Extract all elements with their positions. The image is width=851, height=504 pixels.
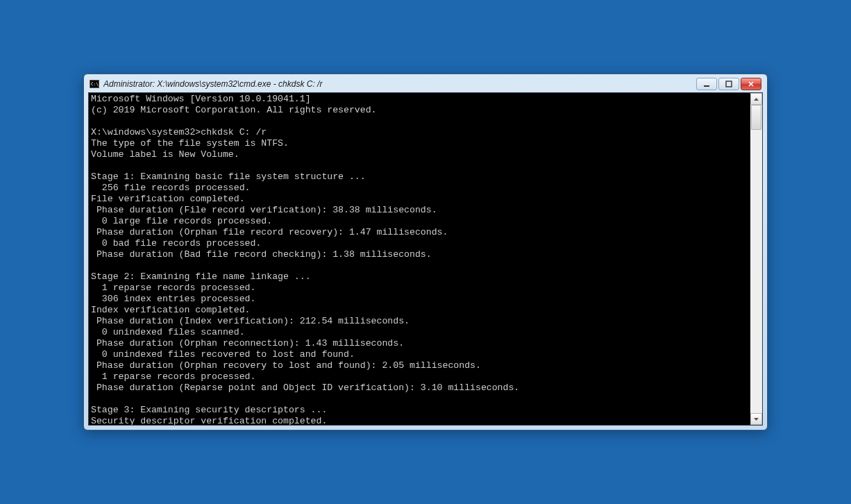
terminal-line: 1 reparse records processed. — [91, 371, 750, 383]
chevron-down-icon — [754, 418, 759, 421]
window-controls — [696, 78, 761, 90]
terminal-line — [91, 116, 750, 127]
terminal-line: Phase duration (Orphan file record recov… — [91, 227, 750, 238]
terminal-line: Volume label is New Volume. — [91, 149, 750, 160]
terminal-line — [91, 260, 750, 271]
terminal-line: Index verification completed. — [91, 305, 750, 316]
terminal-line: Stage 1: Examining basic file system str… — [91, 171, 750, 183]
terminal-line: 306 index entries processed. — [91, 294, 750, 305]
terminal-line: 0 large file records processed. — [91, 216, 750, 227]
close-button[interactable] — [741, 78, 761, 90]
terminal-line: Phase duration (Reparse point and Object… — [91, 383, 750, 394]
vertical-scrollbar[interactable] — [750, 93, 762, 425]
maximize-icon — [725, 81, 732, 87]
terminal-line: 0 bad file records processed. — [91, 238, 750, 249]
terminal-line: (c) 2019 Microsoft Corporation. All righ… — [91, 105, 750, 116]
terminal-line: 0 unindexed files recovered to lost and … — [91, 349, 750, 360]
terminal-line: Phase duration (Index verification): 212… — [91, 316, 750, 327]
client-area: Microsoft Windows [Version 10.0.19041.1]… — [88, 92, 763, 426]
terminal-line: File verification completed. — [91, 194, 750, 205]
terminal-line: X:\windows\system32>chkdsk C: /r — [91, 127, 750, 138]
terminal-line: 256 file records processed. — [91, 183, 750, 194]
terminal-line — [91, 394, 750, 405]
scrollbar-thumb[interactable] — [751, 105, 761, 130]
terminal-line: Phase duration (Bad file record checking… — [91, 249, 750, 260]
close-icon — [748, 81, 755, 87]
terminal-line: Stage 3: Examining security descriptors … — [91, 405, 750, 416]
scroll-down-button[interactable] — [750, 413, 762, 425]
chevron-up-icon — [754, 98, 759, 101]
terminal-line: Phase duration (Orphan reconnection): 1.… — [91, 338, 750, 349]
terminal-line — [91, 160, 750, 171]
titlebar[interactable]: Administrator: X:\windows\system32\cmd.e… — [88, 78, 763, 92]
terminal-line: Security descriptor verification complet… — [91, 416, 750, 425]
terminal-line: The type of the file system is NTFS. — [91, 138, 750, 149]
svg-rect-1 — [726, 81, 732, 87]
minimize-button[interactable] — [696, 78, 717, 90]
cmd-window: Administrator: X:\windows\system32\cmd.e… — [83, 74, 768, 430]
svg-rect-0 — [704, 85, 709, 87]
terminal-line: Phase duration (Orphan recovery to lost … — [91, 360, 750, 371]
cmd-icon — [90, 80, 99, 88]
terminal-line: Phase duration (File record verification… — [91, 205, 750, 216]
maximize-button[interactable] — [718, 78, 739, 90]
scroll-up-button[interactable] — [750, 93, 762, 105]
scrollbar-track[interactable] — [750, 105, 762, 413]
terminal-line: 1 reparse records processed. — [91, 283, 750, 294]
terminal-output[interactable]: Microsoft Windows [Version 10.0.19041.1]… — [89, 93, 750, 425]
minimize-icon — [703, 81, 710, 87]
terminal-line: Stage 2: Examining file name linkage ... — [91, 271, 750, 283]
terminal-line: Microsoft Windows [Version 10.0.19041.1] — [91, 94, 750, 105]
window-title: Administrator: X:\windows\system32\cmd.e… — [103, 79, 696, 89]
terminal-line: 0 unindexed files scanned. — [91, 327, 750, 338]
